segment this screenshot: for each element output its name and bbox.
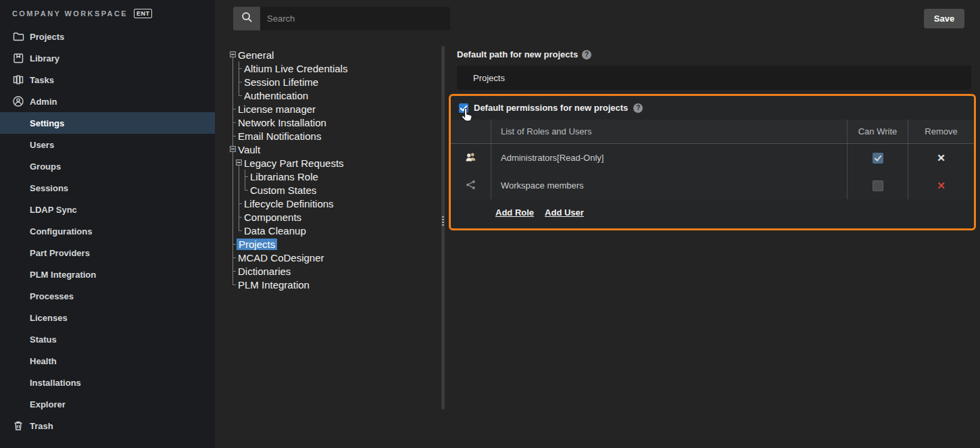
resizer-grip-icon	[442, 216, 444, 218]
sidebar-item-trash[interactable]: Trash	[0, 415, 215, 437]
tree-item-label: License manager	[238, 103, 316, 115]
tree-item-label: Data Cleanup	[244, 225, 306, 237]
tree-item-mcad-codesigner[interactable]: MCAD CoDesigner	[230, 251, 347, 264]
remove-icon[interactable]: ✕	[937, 180, 946, 192]
tree-item-label: Librarians Role	[250, 171, 318, 182]
admin-user-icon	[11, 95, 24, 108]
default-permissions-header: Default permissions for new projects ?	[451, 96, 974, 120]
add-user-link[interactable]: Add User	[545, 207, 584, 218]
sidebar-item-groups[interactable]: Groups	[0, 155, 215, 177]
sidebar-item-label: Groups	[30, 161, 61, 172]
tree-item-network-installation[interactable]: Network Installation	[230, 116, 347, 129]
workspace-header: COMPANY WORKSPACE ENT	[12, 9, 152, 18]
sidebar-item-label: Admin	[30, 97, 57, 107]
sidebar-item-health[interactable]: Health	[0, 350, 215, 372]
sidebar-item-processes[interactable]: Processes	[0, 285, 215, 307]
tree-item-vault[interactable]: Vault	[230, 143, 347, 156]
can-write-checkbox[interactable]	[873, 180, 883, 191]
search-box	[233, 7, 450, 30]
sidebar-item-label: Settings	[30, 118, 64, 128]
tree-item-label: Vault	[238, 144, 260, 155]
column-header-remove: Remove	[908, 120, 974, 143]
default-permissions-checkbox[interactable]	[459, 103, 468, 113]
sidebar-item-configurations[interactable]: Configurations	[0, 220, 215, 242]
tree-item-data-cleanup[interactable]: Data Cleanup	[230, 224, 347, 237]
sidebar-item-settings[interactable]: Settings	[0, 112, 215, 134]
workspace-name: COMPANY WORKSPACE	[12, 9, 128, 18]
tree-item-label: MCAD CoDesigner	[238, 252, 324, 264]
tree-item-label: General	[238, 49, 274, 61]
search-input[interactable]	[260, 7, 450, 30]
tree-item-label: PLM Integration	[238, 279, 310, 291]
settings-tree: General Altium Live Credentials Session …	[230, 48, 347, 291]
tree-item-license-manager[interactable]: License manager	[230, 102, 347, 116]
tree-panel-resizer[interactable]	[441, 46, 445, 409]
tree-item-label: Custom States	[250, 184, 316, 196]
sidebar-item-label: Trash	[30, 421, 53, 431]
tree-item-session-lifetime[interactable]: Session Lifetime	[230, 75, 347, 89]
remove-icon[interactable]: ✕	[937, 152, 946, 164]
sidebar-item-tasks[interactable]: Tasks	[0, 69, 215, 91]
sidebar-item-sessions[interactable]: Sessions	[0, 177, 215, 199]
tree-item-label: Lifecycle Definitions	[244, 198, 334, 209]
tree-item-projects[interactable]: Projects	[230, 237, 347, 251]
tree-item-authentication[interactable]: Authentication	[230, 89, 347, 102]
sidebar-item-library[interactable]: Library	[0, 47, 215, 69]
tree-item-legacy-part-requests[interactable]: Legacy Part Requests	[230, 156, 347, 170]
tree-item-components[interactable]: Components	[230, 210, 347, 224]
column-header-roles: List of Roles and Users	[491, 120, 847, 143]
add-role-link[interactable]: Add Role	[495, 207, 534, 218]
permissions-table: List of Roles and Users Can Write Remove…	[451, 120, 974, 199]
tree-item-label: Email Notifications	[238, 130, 321, 142]
sidebar-item-label: Projects	[30, 32, 64, 42]
sidebar-item-status[interactable]: Status	[0, 328, 215, 350]
tree-item-general[interactable]: General	[230, 48, 347, 61]
can-write-checkbox[interactable]	[873, 153, 883, 164]
expand-toggle[interactable]	[230, 51, 236, 57]
sidebar-item-label: Installations	[30, 378, 81, 388]
sidebar-item-ldap-sync[interactable]: LDAP Sync	[0, 199, 215, 220]
tree-item-label: Network Installation	[238, 117, 326, 128]
tree-item-plm-integration[interactable]: PLM Integration	[230, 278, 347, 291]
tree-item-librarians-role[interactable]: Librarians Role	[230, 170, 347, 183]
tree-item-label: Altium Live Credentials	[244, 63, 347, 74]
tree-item-lifecycle-definitions[interactable]: Lifecycle Definitions	[230, 197, 347, 210]
default-permissions-box: Default permissions for new projects ? L…	[449, 94, 976, 230]
tree-item-email-notifications[interactable]: Email Notifications	[230, 129, 347, 143]
role-name: Administrators[Read-Only]	[491, 144, 847, 172]
workspace-badge: ENT	[134, 9, 153, 18]
column-header-can-write: Can Write	[847, 120, 908, 143]
sidebar-item-installations[interactable]: Installations	[0, 372, 215, 393]
sidebar-item-label: Sessions	[30, 183, 68, 193]
permission-row-administrators: Administrators[Read-Only] ✕	[451, 144, 974, 172]
sidebar-item-plm-integration[interactable]: PLM Integration	[0, 264, 215, 285]
sidebar-item-label: Health	[30, 356, 57, 366]
tree-item-altium-live-credentials[interactable]: Altium Live Credentials	[230, 61, 347, 75]
sidebar: COMPANY WORKSPACE ENT Projects Library T…	[0, 0, 215, 448]
expand-toggle[interactable]	[230, 146, 236, 152]
tree-item-label: Authentication	[244, 90, 308, 101]
tree-item-custom-states[interactable]: Custom States	[230, 183, 347, 197]
help-icon[interactable]: ?	[582, 50, 591, 59]
tree-item-dictionaries[interactable]: Dictionaries	[230, 264, 347, 278]
sidebar-item-admin[interactable]: Admin	[0, 91, 215, 112]
sidebar-nav: Projects Library Tasks Admin Settings Us…	[0, 26, 215, 437]
expand-toggle[interactable]	[236, 159, 242, 166]
save-button[interactable]: Save	[924, 9, 964, 28]
search-button[interactable]	[233, 7, 260, 30]
permission-row-workspace-members: Workspace members ✕	[451, 172, 974, 199]
sidebar-item-projects[interactable]: Projects	[0, 26, 215, 47]
sidebar-item-label: Processes	[30, 291, 74, 301]
sidebar-item-licenses[interactable]: Licenses	[0, 307, 215, 328]
sidebar-item-users[interactable]: Users	[0, 134, 215, 155]
default-path-input[interactable]	[457, 66, 971, 90]
search-icon	[241, 11, 253, 26]
tree-item-label-selected: Projects	[237, 239, 277, 250]
trash-icon	[11, 420, 24, 432]
help-icon[interactable]: ?	[633, 103, 643, 113]
tree-item-label: Legacy Part Requests	[244, 157, 344, 169]
main-area: Save General Altium Live Credentials Ses…	[215, 0, 980, 448]
sidebar-item-explorer[interactable]: Explorer	[0, 393, 215, 415]
library-icon	[11, 52, 24, 65]
sidebar-item-part-providers[interactable]: Part Providers	[0, 242, 215, 264]
